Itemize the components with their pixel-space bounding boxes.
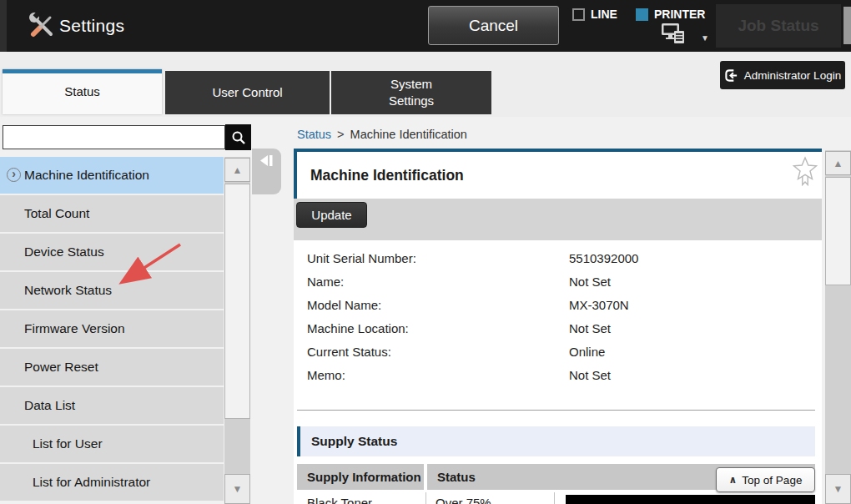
main-scrollbar-thumb[interactable] <box>825 177 851 285</box>
sidebar-item-label: Network Status <box>24 283 112 298</box>
main-scroll-down-button[interactable]: ▼ <box>825 474 851 504</box>
field-value: Not Set <box>569 317 611 340</box>
field-label: Machine Location: <box>307 317 569 340</box>
sidebar-collapse-handle[interactable] <box>252 149 281 194</box>
field-value: MX-3070N <box>569 294 629 317</box>
up-chevron-icon: ∧ <box>729 474 738 486</box>
sidebar-item-label: Total Count <box>24 206 89 221</box>
section-divider <box>297 410 815 411</box>
breadcrumb-link-status[interactable]: Status <box>297 128 331 141</box>
topbar-left-strip <box>0 0 7 52</box>
sidebar-item-list-for-administrator[interactable]: List for Administrator <box>0 464 224 501</box>
field-value: 5510392000 <box>569 247 638 270</box>
tab-status[interactable]: Status <box>3 69 162 114</box>
settings-page: Settings Cancel LINE PRINTER ▼ Job Statu… <box>0 0 851 504</box>
tab-system-settings-label: System Settings <box>375 76 447 110</box>
update-button[interactable]: Update <box>296 202 367 228</box>
supply-status-cell: Over 75% <box>436 495 491 504</box>
search-icon <box>231 130 246 145</box>
sidebar-item-label: Data List <box>24 398 75 413</box>
field-label: Name: <box>307 270 569 294</box>
field-row-name: Name: Not Set <box>307 270 808 294</box>
settings-tools-icon <box>28 11 56 39</box>
sidebar-item-label: Device Status <box>24 244 104 260</box>
tab-bar: Status User Control System Settings Admi… <box>0 52 851 117</box>
sidebar-item-firmware-version[interactable]: Firmware Version <box>0 310 224 347</box>
topbar: Settings Cancel LINE PRINTER ▼ Job Statu… <box>0 0 851 52</box>
machine-fields: Unit Serial Number: 5510392000 Name: Not… <box>307 247 808 387</box>
top-of-page-button[interactable]: ∧ Top of Page <box>716 467 815 492</box>
field-row-location: Machine Location: Not Set <box>307 317 808 340</box>
sidebar-scrollbar-thumb[interactable] <box>224 184 250 419</box>
cancel-button[interactable]: Cancel <box>428 6 559 45</box>
administrator-login-button[interactable]: Administrator Login <box>720 61 845 89</box>
field-label: Model Name: <box>307 294 569 317</box>
field-row-model: Model Name: MX-3070N <box>307 294 808 317</box>
selected-chevron-icon: › <box>7 168 21 182</box>
sidebar-item-network-status[interactable]: Network Status <box>0 272 224 309</box>
machine-identification-panel: Machine Identification Update Unit Seria… <box>294 149 822 504</box>
sidebar-item-label: Power Reset <box>24 360 98 375</box>
printer-dropdown-caret-icon[interactable]: ▼ <box>701 34 709 43</box>
app-title: Settings <box>59 16 124 36</box>
collapse-left-icon <box>259 154 274 167</box>
column-header-supply-information: Supply Information <box>297 464 424 490</box>
sidebar-item-label: List for User <box>33 436 103 451</box>
printer-checkbox[interactable] <box>636 8 648 21</box>
toner-level-bar <box>566 495 815 504</box>
field-label: Current Status: <box>307 340 569 364</box>
job-status-button[interactable]: Job Status <box>716 4 841 48</box>
sidebar-nav: › Machine Identification Total Count Dev… <box>0 157 224 504</box>
sidebar-item-data-list[interactable]: Data List <box>0 387 224 424</box>
tab-user-control[interactable]: User Control <box>165 71 330 114</box>
sidebar-item-power-reset[interactable]: Power Reset <box>0 349 224 386</box>
printer-label: PRINTER <box>654 8 705 21</box>
sidebar-item-total-count[interactable]: Total Count <box>0 195 224 232</box>
printer-indicator[interactable]: PRINTER <box>636 8 705 21</box>
update-toolbar: Update <box>294 199 822 240</box>
tab-system-settings[interactable]: System Settings <box>331 71 491 114</box>
line-checkbox[interactable] <box>572 8 585 21</box>
breadcrumb: Status>Machine Identification <box>297 128 467 141</box>
supply-status-header: Supply Status <box>297 426 815 456</box>
column-divider <box>426 492 426 504</box>
star-ribbon-icon <box>792 156 818 188</box>
field-value: Online <box>569 340 605 364</box>
sidebar-item-device-status[interactable]: Device Status <box>0 234 224 270</box>
printer-status-icon[interactable] <box>662 23 687 45</box>
search-button[interactable] <box>225 124 251 150</box>
topbar-scrollbar[interactable] <box>843 7 851 44</box>
search-input[interactable] <box>3 125 225 149</box>
line-indicator[interactable]: LINE <box>572 8 617 21</box>
sidebar-item-list-for-user[interactable]: List for User <box>0 426 224 462</box>
field-value: Not Set <box>569 364 611 387</box>
sidebar-scroll-up-button[interactable]: ▲ <box>224 158 250 182</box>
panel-header: Machine Identification <box>294 152 822 199</box>
field-value: Not Set <box>569 270 611 294</box>
supply-name-cell: Black Toner <box>307 495 372 504</box>
field-row-serial: Unit Serial Number: 5510392000 <box>307 247 808 270</box>
administrator-login-label: Administrator Login <box>744 69 841 82</box>
field-label: Memo: <box>307 364 569 387</box>
login-icon <box>724 68 738 83</box>
field-label: Unit Serial Number: <box>307 247 569 270</box>
sidebar-item-label: Machine Identification <box>24 168 149 183</box>
sidebar-item-label: List for Administrator <box>33 475 150 490</box>
column-divider <box>554 492 555 504</box>
sidebar-item-label: Firmware Version <box>24 321 125 336</box>
sidebar-item-machine-identification[interactable]: › Machine Identification <box>0 157 224 194</box>
section-title: Machine Identification <box>310 152 464 199</box>
line-label: LINE <box>591 8 617 21</box>
main-scroll-up-button[interactable]: ▲ <box>825 151 851 175</box>
favorite-star-button[interactable] <box>792 156 818 188</box>
field-row-current-status: Current Status: Online <box>307 340 808 364</box>
supply-table-row-black-toner: Black Toner Over 75% <box>297 492 815 504</box>
top-of-page-label: Top of Page <box>742 474 802 486</box>
breadcrumb-separator: > <box>331 128 350 141</box>
tab-user-control-label: User Control <box>212 84 284 101</box>
sidebar-scroll-down-button[interactable]: ▼ <box>224 474 250 504</box>
field-row-memo: Memo: Not Set <box>307 364 808 387</box>
breadcrumb-current: Machine Identification <box>350 128 467 141</box>
